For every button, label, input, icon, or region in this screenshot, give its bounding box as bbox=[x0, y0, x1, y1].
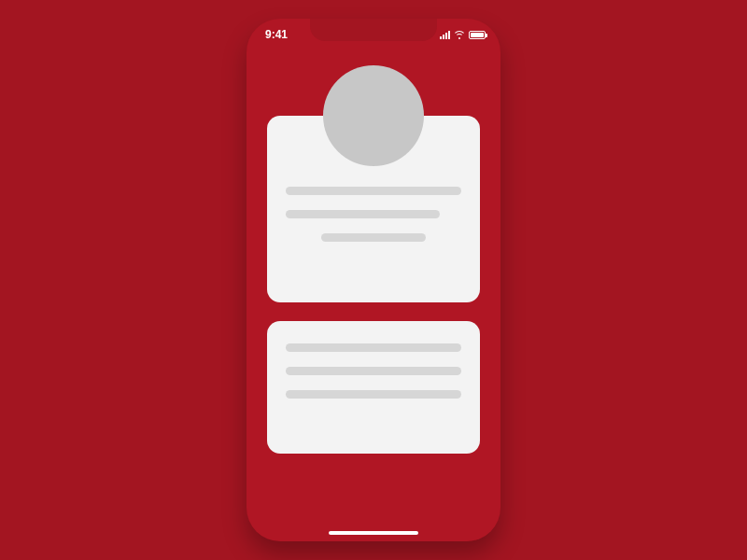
wifi-icon bbox=[454, 31, 465, 39]
cellular-icon bbox=[440, 31, 450, 39]
placeholder-line bbox=[286, 343, 461, 352]
placeholder-line bbox=[286, 187, 461, 195]
placeholder-line bbox=[286, 210, 440, 218]
screen-content bbox=[267, 65, 480, 454]
placeholder-line bbox=[286, 390, 461, 399]
info-card[interactable] bbox=[267, 321, 480, 454]
status-bar: 9:41 bbox=[247, 19, 500, 45]
placeholder-line bbox=[286, 367, 461, 375]
home-indicator[interactable] bbox=[329, 531, 418, 535]
phone-frame: 9:41 bbox=[247, 19, 500, 541]
status-time: 9:41 bbox=[265, 28, 288, 41]
battery-icon bbox=[469, 31, 486, 39]
placeholder-line bbox=[321, 233, 427, 242]
status-indicators bbox=[440, 31, 486, 39]
avatar[interactable] bbox=[323, 65, 424, 166]
